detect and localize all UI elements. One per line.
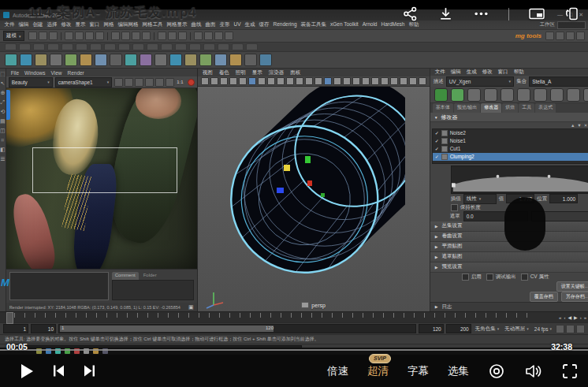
arnold-renderview-tab[interactable] [6,90,10,120]
shelf-icon[interactable] [50,54,62,66]
xgen-menu-item[interactable]: 编辑 [451,69,461,76]
collapsed-section[interactable]: ▶预览设置 [430,262,588,273]
viewport-icon[interactable] [220,77,228,85]
comment-input[interactable] [112,280,194,300]
shelf-tab[interactable] [33,43,45,50]
seek-bar[interactable] [0,349,588,351]
timeline-icon[interactable] [556,325,564,333]
menu-item[interactable]: 编辑 [17,21,31,28]
checkbox-checked-icon[interactable]: ✓ [435,130,439,136]
menu-item[interactable]: 显示 [73,21,87,28]
toolbar-icon[interactable] [85,32,94,40]
tool-icon[interactable]: ▤ [0,118,6,125]
playback-button[interactable]: » [584,315,586,320]
tool-icon[interactable]: ⟲ [0,109,5,115]
toolbar-icon[interactable] [28,32,37,40]
checkbox-checked-icon[interactable]: ✓ [435,138,439,143]
render-view-icon[interactable] [135,78,143,87]
tool-icon[interactable]: ◫ [0,128,6,134]
rotate-phone-icon[interactable] [564,6,580,22]
menu-item[interactable]: 帮助 [407,21,421,28]
viewport-icon[interactable] [267,77,275,85]
shelf-tab[interactable] [189,43,201,50]
xgen-tool-icon[interactable] [550,88,564,102]
toolbar-icon[interactable] [142,32,151,40]
shelf-icon[interactable] [125,54,137,66]
overwrite-archive-button[interactable]: 覆盖存档 [530,292,558,302]
shelf-icon[interactable] [244,54,257,66]
shelf-icon[interactable] [169,54,182,66]
log-section-header[interactable]: ▶ 日志 [430,302,588,311]
menu-item[interactable]: 变形 [218,21,232,28]
toolbar-icon[interactable] [178,32,187,40]
menu-item[interactable]: UV [232,21,243,28]
workspace-dropdown[interactable] [557,21,586,29]
shelf-tab[interactable] [47,43,59,50]
shelf-tab[interactable] [218,43,229,50]
render-button[interactable] [188,79,195,86]
menu-item[interactable]: 网格显示 [165,21,189,28]
viewport-icon[interactable] [352,77,360,85]
render-view-icon[interactable] [145,78,154,87]
menu-item[interactable]: 生成 [243,21,257,28]
current-frame-marker[interactable] [6,312,13,324]
render-view-icon[interactable] [155,78,164,87]
xgen-tool-icon[interactable] [484,88,497,102]
shelf-icon[interactable] [20,54,32,66]
toolbar-icon[interactable] [576,32,585,40]
toolbar-icon[interactable] [556,32,564,40]
viewport-icon[interactable] [419,77,426,85]
viewport-menu-item[interactable]: 视图 [203,69,213,76]
ramp-widget[interactable] [451,166,588,194]
shelf-icon[interactable] [184,54,197,66]
xgen-tab[interactable]: 预览/输出 [454,103,481,113]
shelf-icon[interactable] [140,54,152,66]
checkbox-icon[interactable] [462,274,469,281]
play-button[interactable] [19,363,35,380]
toolbar-icon[interactable] [49,32,58,40]
menu-item[interactable]: Rendering [271,21,299,28]
xgen-tool-icon[interactable] [534,88,547,102]
aov-dropdown[interactable]: Beauty▾ [9,77,53,87]
fullscreen-icon[interactable] [561,363,579,380]
viewport-icon[interactable] [390,77,398,85]
render-view-menu-item[interactable]: View [50,70,61,76]
range-slider[interactable]: 1 120 [58,324,416,333]
shelf-icon[interactable] [95,54,107,66]
anim-start-field[interactable]: 1 [3,324,28,333]
shelf-tab[interactable] [90,43,102,50]
toolbar-icon[interactable] [121,32,130,40]
timeline-icon[interactable] [566,325,575,333]
shelf-icon[interactable] [199,54,212,66]
menu-item[interactable]: 网格 [102,21,116,28]
menu-item[interactable]: 修改 [59,21,73,28]
shelf-icon[interactable] [259,54,272,66]
viewport-icon[interactable] [381,77,389,85]
shelf-tab[interactable] [118,43,130,50]
viewport-icon[interactable] [371,77,379,85]
viewport-menu-item[interactable]: 显示 [252,69,262,76]
collapsed-section[interactable]: ▶遮罩贴图 [430,252,588,262]
timeline-icon[interactable] [576,325,585,333]
menu-item[interactable]: 曲面 [203,21,218,28]
menu-item[interactable]: xGen Toolkit [329,21,361,28]
collection-dropdown[interactable]: UV_Xgen▾ [446,76,515,87]
quality-button[interactable]: SVIP 超清 [367,364,389,378]
shelf-tab[interactable] [147,43,158,50]
xgen-menu-item[interactable]: 文件 [435,69,445,76]
viewport-icon[interactable] [239,77,247,85]
menu-item[interactable]: Arnold [360,21,379,28]
subtitles-button[interactable]: 字幕 [408,364,429,378]
xgen-tab[interactable]: 烘焙 [502,103,518,113]
time-slider[interactable]: «‹◀▶›» [0,311,588,322]
xgen-tool-icon[interactable] [451,88,464,102]
shelf-tab[interactable] [132,43,144,50]
shelf-icon[interactable] [35,54,47,66]
shelf-tab[interactable] [61,43,73,50]
shelf-tab[interactable] [76,43,87,50]
shelf-tab[interactable] [232,43,244,50]
shelf-icon[interactable] [110,54,122,66]
modifier-row[interactable]: ✓Noise1 [433,137,588,145]
shelf-tab[interactable] [5,43,17,50]
checkbox-checked-icon[interactable]: ✓ [435,146,439,151]
